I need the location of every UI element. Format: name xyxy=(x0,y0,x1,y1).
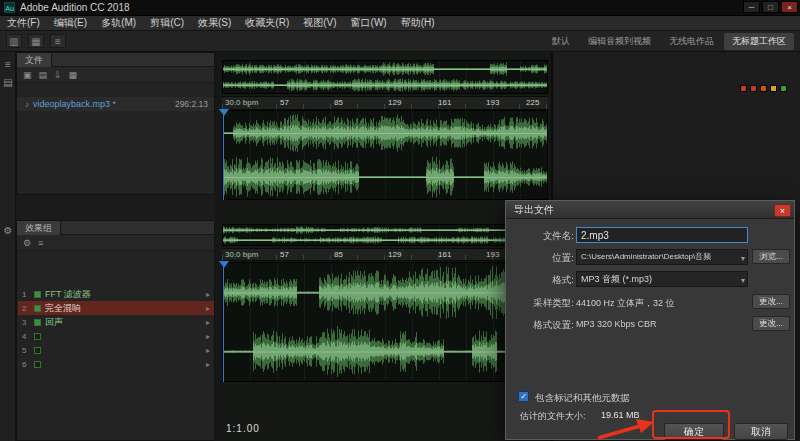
sample-type-label: 采样类型: xyxy=(514,297,574,310)
multitrack-view-icon[interactable]: ▦ xyxy=(28,34,44,48)
dialog-title-bar[interactable]: 导出文件 × xyxy=(506,201,794,219)
workspace-tab-default[interactable]: 默认 xyxy=(544,33,578,50)
files-panel-header: 文件 xyxy=(17,53,214,67)
workspace-tab-edit-audio-video[interactable]: 编辑音频到视频 xyxy=(580,33,659,50)
workspace-tab-untitled[interactable]: 无标题工作区 xyxy=(724,33,794,50)
ruler-number: 193 xyxy=(486,250,499,259)
meter-dot xyxy=(760,85,767,92)
workspace-tab-radio[interactable]: 无线电作品 xyxy=(661,33,722,50)
browse-button[interactable]: 浏览... xyxy=(752,249,790,264)
waveform-view-icon[interactable]: ▥ xyxy=(6,34,22,48)
dialog-close-icon[interactable]: × xyxy=(774,204,791,217)
files-toolbar: ▣ ▤ ⇩ ▦ xyxy=(17,67,214,83)
caret-down-icon: ▾ xyxy=(741,274,745,287)
ruler-number: 193 xyxy=(486,98,499,107)
timeline-ruler-1[interactable]: 30.0 bpm 57 85 129 161 193 225 xyxy=(222,96,548,110)
effects-toolbar: ⚙ ≡ xyxy=(17,235,214,251)
effect-slot-5[interactable]: 5 ▸ xyxy=(18,343,214,357)
dialog-title: 导出文件 xyxy=(514,203,554,217)
effects-panel-tab[interactable]: 效果组 xyxy=(17,221,61,235)
ok-button[interactable]: 确定 xyxy=(664,423,724,440)
chevron-right-icon[interactable]: ▸ xyxy=(206,318,214,327)
timeline-ruler-2[interactable]: 30.0 bpm 57 85 129 161 193 225 xyxy=(222,248,548,261)
overview-strip-1[interactable] xyxy=(222,60,548,94)
filename-label: 文件名: xyxy=(514,230,574,243)
effect-slot-4[interactable]: 4 ▸ xyxy=(18,329,214,343)
menu-file[interactable]: 文件(F) xyxy=(0,16,47,30)
menu-clip[interactable]: 剪辑(C) xyxy=(143,16,191,30)
change-format-settings-button[interactable]: 更改... xyxy=(752,316,790,331)
waveform-editor-2[interactable] xyxy=(222,262,548,382)
list-icon[interactable]: ≡ xyxy=(1,58,15,72)
power-icon[interactable] xyxy=(34,333,41,340)
overview-waveform-1[interactable] xyxy=(223,61,547,93)
chevron-right-icon[interactable]: ▸ xyxy=(206,290,214,299)
gear-icon[interactable]: ⚙ xyxy=(1,224,15,238)
maximize-button[interactable]: □ xyxy=(762,1,779,13)
gear-icon[interactable]: ⚙ xyxy=(23,238,31,248)
file-size-label: 估计的文件大小: xyxy=(520,410,586,423)
power-icon[interactable] xyxy=(34,347,41,354)
format-select[interactable]: MP3 音频 (*.mp3) ▾ xyxy=(576,271,748,287)
filename-input[interactable] xyxy=(576,227,748,243)
ruler-number: 161 xyxy=(438,98,451,107)
workspace-bar: ▥ ▦ ≡ 默认 编辑音频到视频 无线电作品 无标题工作区 xyxy=(0,31,800,52)
workspace-tabs: 默认 编辑音频到视频 无线电作品 无标题工作区 xyxy=(544,33,794,50)
overview-strip-2[interactable] xyxy=(222,224,548,246)
cancel-button[interactable]: 取消 xyxy=(734,423,788,440)
waveform-display-1[interactable] xyxy=(223,111,547,199)
files-panel: 文件 ▣ ▤ ⇩ ▦ ♪ videoplayback.mp3 * 296:2.1… xyxy=(16,52,215,195)
menu-help[interactable]: 帮助(H) xyxy=(394,16,442,30)
menu-edit[interactable]: 编辑(E) xyxy=(47,16,94,30)
minimize-button[interactable]: ─ xyxy=(743,1,760,13)
power-icon[interactable] xyxy=(34,319,41,326)
file-duration: 296:2.13 xyxy=(175,99,208,109)
chevron-right-icon[interactable]: ▸ xyxy=(206,360,214,369)
effect-slot-6[interactable]: 6 ▸ xyxy=(18,357,214,371)
import-icon[interactable]: ⇩ xyxy=(54,70,62,80)
open-panel-icon[interactable]: ▤ xyxy=(1,76,15,90)
waveform-editor-1[interactable] xyxy=(222,110,548,200)
overview-waveform-2[interactable] xyxy=(223,225,547,245)
chevron-right-icon[interactable]: ▸ xyxy=(206,332,214,341)
open-file-icon[interactable]: ▤ xyxy=(39,70,48,80)
location-select[interactable]: C:\Users\Administrator\Desktop\音频 ▾ xyxy=(576,249,748,265)
change-sample-type-button[interactable]: 更改... xyxy=(752,294,790,309)
list-icon[interactable]: ≡ xyxy=(50,34,66,48)
effect-name: 完全混响 xyxy=(45,302,202,315)
effect-slot-1[interactable]: 1 FFT 滤波器 ▸ xyxy=(18,287,214,301)
menu-view[interactable]: 视图(V) xyxy=(296,16,343,30)
include-metadata-checkbox[interactable]: ✓ xyxy=(518,391,529,402)
window-title: Adobe Audition CC 2018 xyxy=(20,2,130,13)
menu-bar: 文件(F) 编辑(E) 多轨(M) 剪辑(C) 效果(S) 收藏夹(R) 视图(… xyxy=(0,16,800,31)
effect-slot-2[interactable]: 2 完全混响 ▸ xyxy=(18,301,214,315)
file-list-item[interactable]: ♪ videoplayback.mp3 * 296:2.13 xyxy=(17,97,214,111)
audio-file-icon: ♪ xyxy=(25,100,29,109)
chevron-right-icon[interactable]: ▸ xyxy=(206,304,214,313)
meter-dot xyxy=(750,85,757,92)
ruler-number: 161 xyxy=(438,250,451,259)
power-icon[interactable] xyxy=(34,305,41,312)
files-panel-tab[interactable]: 文件 xyxy=(17,53,52,67)
playhead-marker-2[interactable] xyxy=(219,261,229,268)
menu-multitrack[interactable]: 多轨(M) xyxy=(94,16,143,30)
effect-slot-3[interactable]: 3 回声 ▸ xyxy=(18,315,214,329)
new-file-icon[interactable]: ▣ xyxy=(23,70,32,80)
slot-number: 3 xyxy=(22,318,30,327)
waveform-display-2[interactable] xyxy=(223,263,547,381)
power-icon[interactable] xyxy=(34,291,41,298)
power-icon[interactable] xyxy=(34,361,41,368)
menu-favorites[interactable]: 收藏夹(R) xyxy=(238,16,296,30)
chevron-right-icon[interactable]: ▸ xyxy=(206,346,214,355)
menu-effects[interactable]: 效果(S) xyxy=(191,16,238,30)
caret-down-icon: ▾ xyxy=(741,252,745,265)
playhead-line-1 xyxy=(223,110,224,200)
menu-window[interactable]: 窗口(W) xyxy=(344,16,394,30)
close-button[interactable]: × xyxy=(781,1,798,13)
list-icon[interactable]: ≡ xyxy=(38,238,43,248)
effects-panel-header: 效果组 xyxy=(17,221,214,235)
meter-dot xyxy=(740,85,747,92)
grid-icon[interactable]: ▦ xyxy=(69,70,78,80)
playhead-marker-1[interactable] xyxy=(219,109,229,116)
file-size-value: 19.61 MB xyxy=(601,410,640,420)
